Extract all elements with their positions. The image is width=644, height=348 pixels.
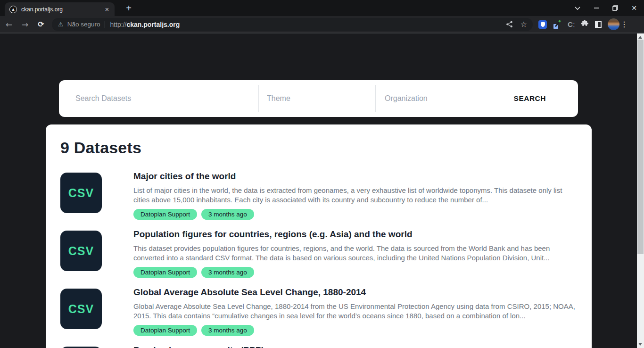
format-badge-csv: CSV <box>60 289 102 329</box>
back-button[interactable]: ← <box>2 20 16 29</box>
url-scheme: http:// <box>110 21 126 28</box>
forward-button[interactable]: → <box>18 20 32 29</box>
color-picker-extension-icon[interactable] <box>553 20 561 29</box>
dataset-body: Major cities of the world List of major … <box>133 171 577 220</box>
organization-badge[interactable]: Datopian Support <box>133 267 197 278</box>
dataset-badges: Datopian Support 3 months ago <box>133 325 577 336</box>
bookmark-star-icon[interactable]: ☆ <box>520 20 527 29</box>
color-picker-tip <box>558 20 561 23</box>
dataset-row: CSV Population figures for countries, re… <box>60 229 578 278</box>
restore-button[interactable] <box>609 2 621 14</box>
dataset-badges: Datopian Support 3 months ago <box>133 267 577 278</box>
dataset-body: Global Average Absolute Sea Level Change… <box>133 287 577 336</box>
format-label: CSV <box>68 302 94 316</box>
url-text[interactable]: http://ckan.portaljs.org <box>110 21 180 28</box>
address-separator <box>105 21 105 28</box>
chrome-menu-kebab-icon[interactable]: ⋮ <box>620 20 628 29</box>
page-viewport: SEARCH 9 Datasets CSV Major cities of th… <box>0 33 644 348</box>
search-button[interactable]: SEARCH <box>500 80 578 117</box>
browser-tab-strip: ▲ ckan.portaljs.org × + ✕ <box>0 0 644 16</box>
dataset-description: Global Average Absolute Sea Level Change… <box>133 302 577 321</box>
not-secure-label[interactable]: Não seguro <box>67 21 100 28</box>
dataset-title-link[interactable]: Population figures for countries, region… <box>133 229 577 240</box>
extensions-bar: C⁚ <box>538 18 619 30</box>
window-controls: ✕ <box>571 0 640 16</box>
results-card: 9 Datasets CSV Major cities of the world… <box>46 124 592 348</box>
page-scrollbar[interactable] <box>637 33 644 348</box>
organization-input[interactable] <box>376 80 500 117</box>
new-tab-button[interactable]: + <box>123 3 134 14</box>
updated-badge: 3 months ago <box>201 209 254 220</box>
not-secure-warning-icon[interactable]: ⚠ <box>58 21 64 28</box>
colorzilla-extension-icon[interactable]: C⁚ <box>568 20 575 28</box>
tab-title: ckan.portaljs.org <box>21 6 103 13</box>
profile-avatar[interactable] <box>608 18 619 30</box>
results-count-heading: 9 Datasets <box>60 139 578 157</box>
bitwarden-extension-icon[interactable] <box>538 20 547 29</box>
scrollbar-up-arrow[interactable] <box>638 36 642 39</box>
organization-badge[interactable]: Datopian Support <box>133 209 197 220</box>
share-icon[interactable] <box>506 21 513 28</box>
format-badge-csv: CSV <box>60 173 102 213</box>
dataset-search-bar: SEARCH <box>59 80 578 117</box>
format-badge-csv: CSV <box>60 231 102 271</box>
search-datasets-input[interactable] <box>59 80 258 117</box>
format-label: CSV <box>68 186 94 200</box>
dataset-body: Purchasing power parity (PPP) <box>133 345 577 348</box>
browser-tab-active[interactable]: ▲ ckan.portaljs.org × <box>5 2 115 16</box>
dark-mode-extension-icon[interactable] <box>595 21 602 28</box>
tab-search-chevron-icon[interactable] <box>571 2 584 14</box>
updated-badge: 3 months ago <box>201 267 254 278</box>
site-favicon-icon: ▲ <box>9 6 17 13</box>
dataset-badges: Datopian Support 3 months ago <box>133 209 577 220</box>
window-close-button[interactable]: ✕ <box>628 2 640 14</box>
dataset-title-link[interactable]: Major cities of the world <box>133 171 577 182</box>
dataset-description: List of major cities in the world, the d… <box>133 186 577 205</box>
dataset-description: This dataset provides population figures… <box>133 244 577 263</box>
organization-badge[interactable]: Datopian Support <box>133 325 197 336</box>
dataset-row: CSV Global Average Absolute Sea Level Ch… <box>60 287 578 336</box>
dataset-body: Population figures for countries, region… <box>133 229 577 278</box>
scrollbar-thumb[interactable] <box>637 40 644 254</box>
reload-button[interactable]: ⟳ <box>34 20 48 29</box>
url-host: ckan.portaljs.org <box>126 21 180 28</box>
dataset-title-link[interactable]: Purchasing power parity (PPP) <box>133 345 577 348</box>
dataset-row: CSV Purchasing power parity (PPP) <box>60 345 578 348</box>
updated-badge: 3 months ago <box>201 325 254 336</box>
browser-toolbar: ← → ⟳ ⚠ Não seguro http://ckan.portaljs.… <box>0 16 644 33</box>
theme-input[interactable] <box>259 80 375 117</box>
dataset-title-link[interactable]: Global Average Absolute Sea Level Change… <box>133 287 577 298</box>
minimize-button[interactable] <box>590 2 603 14</box>
extensions-puzzle-icon[interactable] <box>581 19 589 29</box>
tab-close-icon[interactable]: × <box>103 6 111 13</box>
format-label: CSV <box>68 244 94 258</box>
dataset-row: CSV Major cities of the world List of ma… <box>60 171 578 220</box>
scrollbar-down-arrow[interactable] <box>638 343 642 346</box>
address-bar[interactable]: ⚠ Não seguro http://ckan.portaljs.org ☆ <box>52 18 533 31</box>
